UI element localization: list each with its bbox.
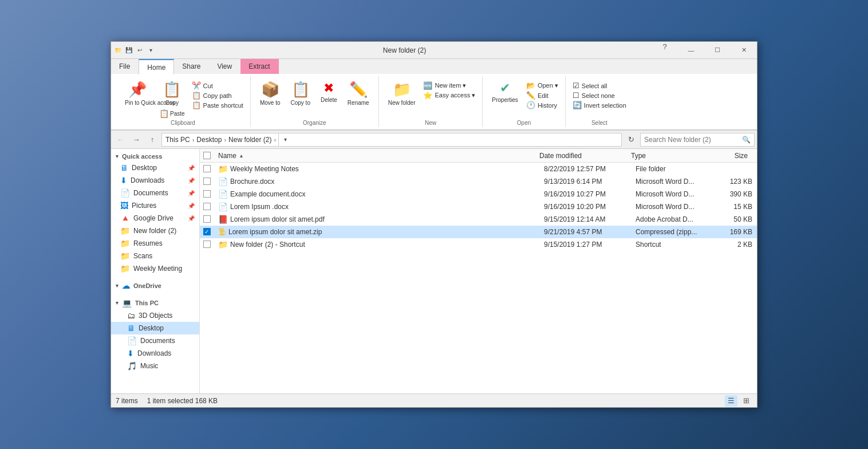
sidebar-item-documents[interactable]: 📄 Documents 📌 (111, 187, 199, 199)
qat-dropdown[interactable]: ▾ (146, 46, 155, 55)
sidebar-item-pictures[interactable]: 🖼 Pictures 📌 (111, 199, 199, 212)
pictures-icon: 🖼 (120, 201, 128, 210)
delete-button[interactable]: ✖ Delete (316, 78, 342, 105)
sidebar-item-scans[interactable]: 📁 Scans (111, 250, 199, 262)
select-none-button[interactable]: ☐ Select none (570, 90, 617, 100)
item-count: 7 items (116, 397, 138, 405)
move-to-button[interactable]: 📦 Move to (255, 78, 285, 108)
table-row[interactable]: ✓ 🗜 Lorem ipsum dolor sit amet.zip 9/21/… (200, 226, 757, 238)
row-checkbox[interactable] (203, 241, 211, 248)
file-type: Microsoft Word D... (631, 178, 711, 186)
search-input[interactable] (644, 136, 740, 144)
new-folder-button[interactable]: 📁 New folder (384, 78, 420, 108)
thispc-chevron: ▾ (116, 300, 119, 306)
close-button[interactable]: ✕ (731, 42, 757, 58)
invert-selection-button[interactable]: 🔄 Invert selection (570, 100, 629, 110)
col-name-header[interactable]: Name ▲ (214, 152, 535, 160)
address-dropdown-chevron[interactable]: ▾ (278, 133, 292, 147)
file-type: Adobe Acrobat D... (631, 215, 711, 223)
quick-access-chevron: ▾ (116, 153, 119, 159)
col-size-header[interactable]: Size (707, 152, 752, 160)
properties-button[interactable]: ✔ Properties (487, 78, 523, 105)
maximize-button[interactable]: ☐ (704, 42, 731, 58)
table-row[interactable]: 📁 Weekly Meeting Notes 8/22/2019 12:57 P… (200, 163, 757, 175)
cut-button[interactable]: ✂️ Cut (190, 81, 215, 90)
path-sep-3: › (274, 136, 276, 143)
new-item-button[interactable]: 🆕 New item ▾ (421, 81, 468, 90)
paste-shortcut-button[interactable]: 📋 Paste shortcut (190, 100, 246, 110)
pin-to-quick-access-button[interactable]: 📌 Pin to Quick access (120, 78, 155, 109)
rename-icon: ✏️ (349, 81, 368, 99)
row-checkbox[interactable]: ✓ (203, 228, 211, 235)
row-checkbox[interactable] (203, 165, 211, 172)
table-row[interactable]: 📕 Lorem ipsum dolor sit amet.pdf 9/15/20… (200, 213, 757, 226)
undo-qat[interactable]: ↩ (135, 46, 144, 55)
save-qat[interactable]: 💾 (124, 46, 133, 55)
tab-home[interactable]: Home (139, 59, 174, 74)
tab-view[interactable]: View (209, 59, 240, 74)
up-button[interactable]: ↑ (145, 133, 159, 147)
edit-button[interactable]: ✏️ Edit (524, 90, 551, 100)
thispc-header[interactable]: ▾ 💻 This PC (111, 297, 199, 309)
minimize-button[interactable]: — (678, 42, 704, 58)
pc-documents-icon: 📄 (127, 336, 137, 345)
sidebar-item-3dobjects[interactable]: 🗂 3D Objects (111, 309, 199, 322)
col-date-header[interactable]: Date modified (535, 152, 626, 160)
sidebar-item-pc-downloads[interactable]: ⬇ Downloads (111, 347, 199, 360)
help-btn[interactable]: ? (652, 42, 678, 51)
file-name: New folder (2) - Shortcut (230, 241, 305, 249)
sidebar-item-resumes[interactable]: 📁 Resumes (111, 237, 199, 250)
rename-button[interactable]: ✏️ Rename (343, 78, 374, 108)
sidebar-item-newfolder2[interactable]: 📁 New folder (2) (111, 224, 199, 237)
select-all-button[interactable]: ☑ Select all (570, 81, 610, 90)
address-path[interactable]: This PC › Desktop › New folder (2) › ▾ (161, 133, 622, 147)
refresh-button[interactable]: ↻ (624, 133, 638, 147)
table-row[interactable]: 📄 Example document.docx 9/16/2019 10:27 … (200, 188, 757, 200)
paste-button[interactable]: 📋 Paste (156, 108, 188, 119)
easy-access-button[interactable]: ⭐ Easy access ▾ (421, 90, 478, 100)
table-row[interactable]: 📁 New folder (2) - Shortcut 9/15/2019 1:… (200, 238, 757, 251)
row-checkbox[interactable] (203, 178, 211, 185)
tab-share[interactable]: Share (174, 59, 209, 74)
tab-extract[interactable]: Extract (240, 59, 278, 74)
table-row[interactable]: 📄 Brochure.docx 9/13/2019 6:14 PM Micros… (200, 175, 757, 188)
sidebar-item-pc-documents[interactable]: 📄 Documents (111, 334, 199, 347)
copy-path-button[interactable]: 📋 Copy path (190, 90, 234, 100)
crumb-thispc[interactable]: This PC (165, 136, 190, 144)
history-button[interactable]: 🕐 History (524, 100, 559, 110)
row-checkbox[interactable] (203, 190, 211, 198)
forward-button[interactable]: → (129, 133, 143, 147)
details-view-button[interactable]: ☰ (725, 395, 737, 407)
sidebar-item-pc-music[interactable]: 🎵 Music (111, 360, 199, 372)
col-type-header[interactable]: Type (626, 152, 707, 160)
large-icons-button[interactable]: ⊞ (740, 395, 752, 407)
file-name-col: 📄 Lorem Ipsum .docx (214, 202, 539, 211)
back-button[interactable]: ← (113, 133, 127, 147)
quick-access-header[interactable]: ▾ Quick access (111, 151, 199, 162)
file-name-col: 📁 Weekly Meeting Notes (214, 164, 539, 174)
path-sep-2: › (224, 136, 226, 143)
sidebar-item-desktop[interactable]: 🖥 Desktop 📌 (111, 162, 199, 174)
sidebar-item-googledrive[interactable]: 🔺 Google Drive 📌 (111, 212, 199, 224)
row-checkbox[interactable] (203, 215, 211, 223)
crumb-folder[interactable]: New folder (2) (228, 136, 271, 144)
header-checkbox[interactable] (203, 152, 211, 159)
file-icon: 📁 (218, 164, 228, 174)
file-list-header: Name ▲ Date modified Type Size (200, 149, 757, 163)
tab-file[interactable]: File (111, 59, 139, 74)
onedrive-header[interactable]: ▾ ☁ OneDrive (111, 279, 199, 292)
open-label: Open (487, 119, 561, 127)
main-content: ▾ Quick access 🖥 Desktop 📌 ⬇ Downloads 📌… (111, 149, 757, 393)
row-checkbox[interactable] (203, 203, 211, 210)
table-row[interactable]: 📄 Lorem Ipsum .docx 9/16/2019 10:20 PM M… (200, 200, 757, 213)
sidebar-item-pc-desktop[interactable]: 🖥 Desktop (111, 322, 199, 334)
copy-button[interactable]: 📋 Copy (156, 78, 188, 108)
open-button[interactable]: 📂 Open ▾ (524, 81, 561, 90)
music-icon: 🎵 (127, 361, 137, 371)
sidebar-item-downloads[interactable]: ⬇ Downloads 📌 (111, 174, 199, 187)
sidebar-item-weekly[interactable]: 📁 Weekly Meeting (111, 262, 199, 275)
search-box: 🔍 (640, 133, 755, 147)
copy-to-button[interactable]: 📋 Copy to (286, 78, 314, 108)
ribbon: File Home Share View Extract 📌 Pin to Qu… (111, 59, 757, 131)
crumb-desktop[interactable]: Desktop (196, 136, 222, 144)
